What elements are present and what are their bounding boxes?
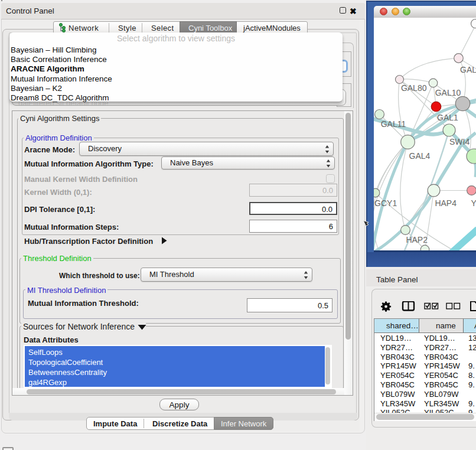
svg-text:GAL11: GAL11: [381, 119, 406, 129]
svg-text:GAL10: GAL10: [435, 88, 461, 97]
svg-text:HAP2: HAP2: [406, 235, 428, 244]
svg-text:YK: YK: [471, 198, 476, 208]
svg-text:SWI4: SWI4: [449, 137, 470, 146]
svg-text:GAL4: GAL4: [409, 151, 431, 161]
svg-text:GAL80: GAL80: [401, 83, 427, 93]
svg-text:HAP4: HAP4: [435, 198, 457, 208]
svg-text:GAL7: GAL7: [460, 65, 476, 74]
svg-text:GCY1: GCY1: [374, 198, 397, 208]
svg-text:GAL1: GAL1: [437, 113, 458, 122]
